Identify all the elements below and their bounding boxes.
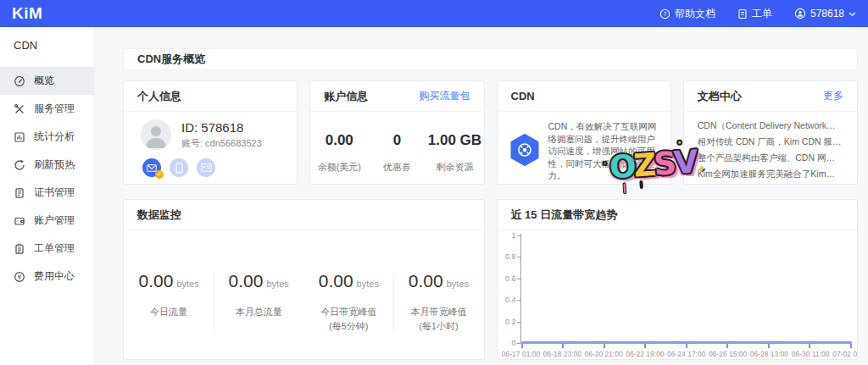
sidebar-item-overview[interactable]: 概览 <box>0 67 94 95</box>
x-tick-label: 06-28 13:00 <box>750 350 788 358</box>
today-bandwidth-peak-stat: 0.00bytes 今日带宽峰值(每5分钟) <box>303 271 393 360</box>
balance-stat: 0.00 余额(美元) <box>310 132 368 174</box>
coupon-value: 0 <box>368 132 426 149</box>
avatar <box>141 119 171 150</box>
month-traffic-value: 0.00 <box>229 271 264 290</box>
data-monitor-body: 0.00bytes 今日流量 0.00bytes 本月总流量 0.00bytes… <box>124 230 484 360</box>
more-docs-link[interactable]: 更多 <box>823 89 843 103</box>
x-tick-label: 07-02 09:00 <box>832 350 858 358</box>
month-bandwidth-peak-label: 本月带宽峰值 <box>410 307 466 317</box>
user-id-label: 578618 <box>810 8 844 19</box>
sidebar-item-label: 服务管理 <box>34 102 75 116</box>
month-bandwidth-peak-value: 0.00 <box>409 271 443 290</box>
brand-logo[interactable]: KiM <box>12 4 42 23</box>
x-axis-labels: 06-17 01:00 06-18 23:00 06-20 21:00 06-2… <box>521 350 853 360</box>
today-bandwidth-peak-label: 今日带宽峰值 <box>320 307 376 317</box>
month-traffic-stat: 0.00bytes 本月总流量 <box>214 271 303 360</box>
account-info-card: 账户信息 购买流量包 0.00 余额(美元) 0 优惠券 1.00 GB 剩余资… <box>309 80 484 185</box>
y-tick-label: 1 <box>498 231 516 240</box>
sidebar-item-billing-center[interactable]: ¥ 费用中心 <box>0 263 94 290</box>
sidebar-item-label: 费用中心 <box>34 269 75 284</box>
y-tick-label: 0 <box>498 339 516 347</box>
buy-traffic-package-link[interactable]: 购买流量包 <box>420 89 470 103</box>
coupon-stat: 0 优惠券 <box>368 132 426 174</box>
sidebar-item-service-management[interactable]: 服务管理 <box>0 95 94 123</box>
docs-center-card: 文档中心 更多 CDN（Content Delivery Network），也即… <box>683 80 858 185</box>
help-docs-button[interactable]: ? 帮助文档 <box>659 7 715 21</box>
page-title-bar: CDN服务概览 <box>123 48 858 70</box>
doc-item[interactable]: Kim全网加速服务完美融合了Kim对象存储和 CDN ... <box>698 166 843 182</box>
cdn-promo-card: CDN CDN，有效解决了互联网网络拥塞问题，提升终端用户访问速度，增强网站的可… <box>497 80 671 185</box>
unit-label: bytes <box>176 279 198 289</box>
main-content: CDN服务概览 个人信息 ID: 578618 账号: cdn56683523 <box>95 27 868 365</box>
billing-icon: ¥ <box>14 271 25 283</box>
card-title: CDN <box>511 90 535 102</box>
sidebar: CDN 概览 服务管理 统计分析 刷新预热 证书管理 账户管理 工单管理 <box>0 27 95 365</box>
sidebar-item-label: 刷新预热 <box>34 158 75 172</box>
today-bandwidth-peak-value: 0.00 <box>319 271 353 290</box>
today-traffic-label: 今日流量 <box>150 307 187 317</box>
svg-text:¥: ¥ <box>18 273 22 280</box>
ticket-button[interactable]: 工单 <box>737 7 772 21</box>
phone-unverified-icon[interactable] <box>170 158 188 177</box>
sidebar-item-account-management[interactable]: 账户管理 <box>0 207 94 235</box>
idcard-unverified-icon[interactable] <box>197 158 215 177</box>
traffic-trend-header: 近 15 日流量带宽趋势 <box>498 200 858 230</box>
cdn-description: CDN，有效解决了互联网网络拥塞问题，提升终端用户访问速度，增强网站的可用性，同… <box>548 120 660 182</box>
x-tick-label: 06-20 21:00 <box>584 350 622 358</box>
account-info-body: 0.00 余额(美元) 0 优惠券 1.00 GB 剩余资源 <box>310 112 483 174</box>
topbar: KiM ? 帮助文档 工单 578618 <box>0 0 868 27</box>
personal-info-header: 个人信息 <box>124 81 297 112</box>
card-title: 账户信息 <box>324 89 368 104</box>
topbar-actions: ? 帮助文档 工单 578618 <box>659 7 856 21</box>
wallet-icon <box>14 215 25 227</box>
account-number-text: 账号: cdn56683523 <box>181 137 262 150</box>
refresh-icon <box>14 159 25 171</box>
svg-text:?: ? <box>664 10 667 17</box>
x-tick-label: 06-24 17:00 <box>667 350 705 358</box>
x-tick-label: 06-26 15:00 <box>709 350 747 358</box>
unit-label: bytes <box>357 279 379 289</box>
sidebar-item-label: 证书管理 <box>34 185 75 200</box>
traffic-trend-card: 近 15 日流量带宽趋势 1 0.8 0.6 0.4 0.2 0 <box>497 199 859 360</box>
sidebar-section-title: CDN <box>0 27 94 60</box>
dashboard-icon <box>14 75 25 87</box>
remaining-resource-label: 剩余资源 <box>426 161 483 174</box>
ticket-label: 工单 <box>752 7 772 21</box>
personal-info-body: ID: 578618 账号: cdn56683523 ✓ <box>124 112 297 184</box>
balance-label: 余额(美元) <box>310 161 368 174</box>
help-docs-label: 帮助文档 <box>675 7 715 21</box>
data-monitor-card: 数据监控 0.00bytes 今日流量 0.00bytes 本月总流量 0.00… <box>123 199 485 360</box>
personal-info-card: 个人信息 ID: 578618 账号: cdn56683523 ✓ <box>123 80 298 185</box>
sidebar-item-label: 统计分析 <box>34 130 75 144</box>
overview-cards-row: 个人信息 ID: 578618 账号: cdn56683523 ✓ <box>123 80 858 185</box>
sidebar-item-statistics[interactable]: 统计分析 <box>0 123 94 151</box>
coupon-label: 优惠券 <box>368 161 426 174</box>
email-verified-icon[interactable]: ✓ <box>142 158 161 177</box>
user-menu[interactable]: 578618 <box>794 8 856 19</box>
sidebar-item-refresh-preheat[interactable]: 刷新预热 <box>0 151 94 179</box>
cdn-promo-body: CDN，有效解决了互联网网络拥塞问题，提升终端用户访问速度，增强网站的可用性，同… <box>498 112 670 185</box>
x-tick-label: 06-18 23:00 <box>543 350 581 358</box>
today-traffic-value: 0.00 <box>138 271 173 290</box>
month-bandwidth-peak-stat: 0.00bytes 本月带宽峰值(每1小时) <box>393 271 483 360</box>
sidebar-item-label: 工单管理 <box>34 241 75 256</box>
docs-list: CDN（Content Delivery Network），也即内容分发... … <box>684 112 857 182</box>
monitor-row: 数据监控 0.00bytes 今日流量 0.00bytes 本月总流量 0.00… <box>123 199 858 360</box>
verified-badge-icon: ✓ <box>155 170 164 179</box>
doc-item[interactable]: 整个产品架构由客户端、CDN 网络、企业源站，... <box>698 150 843 166</box>
card-title: 文档中心 <box>698 89 742 104</box>
traffic-trend-chart: 1 0.8 0.6 0.4 0.2 0 06-17 01:00 <box>498 230 858 360</box>
user-id-text: ID: 578618 <box>181 120 262 135</box>
doc-item[interactable]: 相对传统 CDN 厂商，Kim CDN 服务完全实现全自... <box>698 134 843 150</box>
sidebar-item-label: 账户管理 <box>34 213 75 228</box>
y-tick-label: 0.2 <box>498 318 516 326</box>
sidebar-menu: 概览 服务管理 统计分析 刷新预热 证书管理 账户管理 工单管理 ¥ 费用中心 <box>0 67 94 290</box>
sidebar-item-ticket-management[interactable]: 工单管理 <box>0 235 94 263</box>
remaining-resource-stat: 1.00 GB 剩余资源 <box>426 132 483 174</box>
today-traffic-stat: 0.00bytes 今日流量 <box>124 271 214 360</box>
y-tick-label: 0.6 <box>498 274 516 283</box>
verification-icons: ✓ <box>141 158 285 177</box>
doc-item[interactable]: CDN（Content Delivery Network），也即内容分发... <box>698 118 843 134</box>
sidebar-item-certificate-management[interactable]: 证书管理 <box>0 179 94 207</box>
